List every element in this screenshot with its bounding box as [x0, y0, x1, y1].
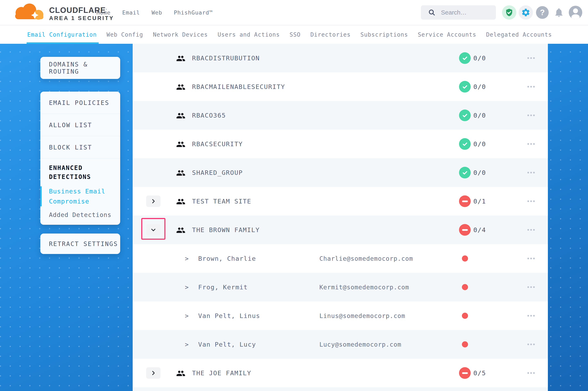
table-row-partial: [133, 387, 548, 391]
expand-button[interactable]: [146, 196, 160, 207]
group-table: RBACDISTRUBUTION0/0RBACMAILENABLESECURIT…: [133, 44, 548, 391]
tab-service-accounts[interactable]: Service Accounts: [418, 25, 476, 44]
group-name: SHARED_GROUP: [192, 169, 243, 176]
row-menu-button[interactable]: [525, 227, 537, 233]
group-people-icon: [176, 112, 185, 119]
active-item-indicator: [40, 186, 42, 206]
group-people-icon: [176, 55, 185, 62]
search-box[interactable]: [421, 5, 496, 20]
chevron-right-icon: [150, 198, 156, 204]
group-row: RBACSECURITY0/0: [133, 130, 548, 158]
help-question-icon[interactable]: ?: [535, 5, 550, 20]
group-row: RBACO3650/0: [133, 101, 548, 130]
member-row: >Van Pelt, LinusLinus@somedemocorp.com: [133, 301, 548, 330]
tab-network-devices[interactable]: Network Devices: [153, 25, 208, 44]
group-row: RBACDISTRUBUTION0/0: [133, 44, 548, 72]
row-menu-button[interactable]: [525, 312, 537, 319]
sidebar-item-block-list[interactable]: BLOCK LIST: [40, 136, 120, 159]
top-nav-email[interactable]: Email: [122, 9, 140, 16]
question-mark-glyph: ?: [536, 6, 549, 19]
group-row: RBACMAILENABLESECURITY0/0: [133, 72, 548, 101]
sidebar-item-business-email-compromise[interactable]: Business Email Compromise: [49, 186, 110, 206]
tab-users-and-actions[interactable]: Users and Actions: [218, 25, 280, 44]
cloudflare-cloud-icon: [11, 2, 46, 22]
chevron-down-icon: [150, 227, 156, 233]
row-menu-button[interactable]: [525, 341, 537, 348]
status-red-dot: [462, 341, 468, 347]
expand-button[interactable]: [146, 367, 160, 379]
settings-gear-icon[interactable]: [519, 5, 533, 20]
group-people-icon: [176, 226, 185, 233]
row-menu-button[interactable]: [525, 55, 537, 61]
tab-email-configuration[interactable]: Email Configuration: [27, 25, 97, 44]
status-blocked-badge: [459, 367, 471, 379]
member-count: 0/0: [473, 169, 486, 176]
notifications-bell-icon[interactable]: [552, 5, 566, 20]
status-ok-badge: [459, 167, 471, 179]
member-count: 0/0: [473, 83, 486, 90]
row-menu-button[interactable]: [525, 84, 537, 90]
group-people-icon: [176, 140, 185, 147]
row-menu-button[interactable]: [525, 112, 537, 119]
top-nav-phishguard[interactable]: PhishGuard™: [174, 9, 213, 16]
member-count: 0/0: [473, 112, 486, 119]
chevron-right-icon: [150, 370, 156, 376]
member-count: 0/0: [473, 54, 486, 62]
tab-subscriptions[interactable]: Subscriptions: [360, 25, 408, 44]
group-row: SHARED_GROUP0/0: [133, 158, 548, 187]
tab-directories[interactable]: Directories: [310, 25, 350, 44]
group-name: RBACO365: [192, 112, 226, 119]
top-nav-web[interactable]: Web: [151, 9, 162, 16]
minus-icon: [462, 200, 468, 202]
enhanced-detections-label: ENHANCED DETECTIONS: [49, 163, 115, 181]
sidebar-item-added-detections[interactable]: Added Detections: [49, 211, 113, 219]
sidebar-card-retract-settings[interactable]: RETRACT SETTINGS: [40, 234, 120, 254]
group-name: THE BROWN FAMILY: [192, 226, 260, 234]
status-blocked-badge: [459, 196, 471, 207]
member-chevron-icon[interactable]: >: [185, 312, 189, 319]
tab-web-config[interactable]: Web Config: [107, 25, 143, 44]
member-chevron-icon[interactable]: >: [185, 255, 189, 262]
row-menu-button[interactable]: [525, 370, 537, 376]
email-policies-label: EMAIL POLICIES: [49, 99, 109, 106]
collapse-button[interactable]: [146, 224, 160, 236]
avatar: [569, 6, 582, 19]
member-email: Kermit@somedemocorp.com: [319, 284, 409, 291]
row-menu-button[interactable]: [525, 141, 537, 147]
sidebar-card-domains-routing[interactable]: DOMAINS & ROUTING: [40, 57, 120, 79]
group-name: TEST TEAM SITE: [192, 197, 251, 205]
status-ok-badge: [459, 52, 471, 64]
top-nav-home[interactable]: Home: [96, 9, 111, 16]
row-menu-button[interactable]: [525, 255, 537, 262]
retract-settings-label: RETRACT SETTINGS: [49, 240, 118, 247]
business-email-compromise-label: Business Email Compromise: [49, 188, 105, 205]
user-avatar-icon[interactable]: [568, 5, 583, 20]
search-icon: [428, 8, 436, 16]
member-name: Van Pelt, Linus: [198, 312, 260, 319]
sidebar-item-email-policies[interactable]: EMAIL POLICIES: [40, 92, 120, 114]
sidebar-card-email-policies: EMAIL POLICIES ALLOW LIST BLOCK LIST ENH…: [40, 92, 120, 225]
group-people-icon: [176, 370, 185, 377]
group-row: THE JOE FAMILY0/5: [133, 359, 548, 387]
row-menu-button[interactable]: [525, 284, 537, 291]
member-name: Frog, Kermit: [198, 284, 248, 291]
status-red-dot: [462, 284, 468, 290]
member-count: 0/0: [473, 140, 486, 148]
allow-list-label: ALLOW LIST: [49, 121, 92, 129]
row-menu-button[interactable]: [525, 198, 537, 204]
tab-delegated-accounts[interactable]: Delegated Accounts: [486, 25, 552, 44]
sidebar-item-allow-list[interactable]: ALLOW LIST: [40, 114, 120, 136]
enhanced-detections-section: ENHANCED DETECTIONS Business Email Compr…: [40, 159, 120, 219]
header-icon-cluster: ?: [502, 5, 583, 20]
group-name: RBACSECURITY: [192, 140, 243, 148]
member-chevron-icon[interactable]: >: [185, 341, 189, 348]
member-count: 0/1: [473, 197, 486, 205]
status-blocked-badge: [459, 224, 471, 236]
search-input[interactable]: [441, 9, 493, 16]
status-ok-badge: [459, 110, 471, 121]
tab-sso[interactable]: SSO: [290, 25, 300, 44]
group-name: RBACDISTRUBUTION: [192, 54, 260, 62]
security-shield-check-icon[interactable]: [502, 5, 516, 20]
member-chevron-icon[interactable]: >: [185, 284, 189, 291]
row-menu-button[interactable]: [525, 169, 537, 176]
